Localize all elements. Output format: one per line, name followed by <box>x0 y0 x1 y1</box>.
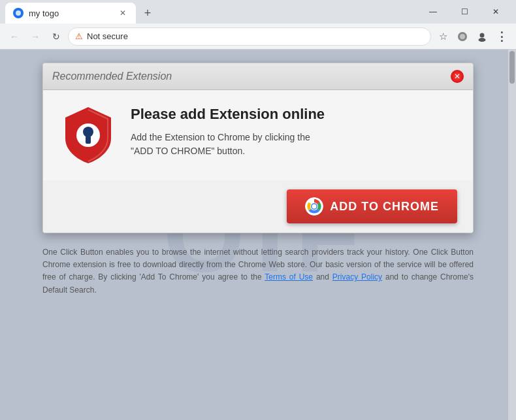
profile-button[interactable] <box>473 27 491 46</box>
tabs-bar: my togo ✕ + <box>5 0 418 24</box>
modal-close-button[interactable]: ✕ <box>451 70 464 83</box>
bottom-disclaimer-text: One Click Button enables you to browse t… <box>42 246 474 297</box>
svg-point-2 <box>460 34 465 39</box>
svg-point-6 <box>83 127 93 137</box>
extension-button[interactable] <box>453 27 472 46</box>
svg-rect-7 <box>86 136 91 144</box>
minimize-button[interactable]: — <box>418 2 448 22</box>
chrome-logo-icon <box>305 197 323 216</box>
not-secure-label: Not secure <box>87 31 424 41</box>
window-controls: — ☐ ✕ <box>418 2 511 22</box>
bookmark-button[interactable]: ☆ <box>434 27 452 46</box>
page-content: OTF Recommended Extension ✕ <box>0 50 516 420</box>
title-bar: my togo ✕ + — ☐ ✕ <box>0 0 516 24</box>
url-bar[interactable]: ⚠ Not secure <box>68 27 431 46</box>
modal-description: Add the Extension to Chrome by clicking … <box>131 131 457 158</box>
new-tab-button[interactable]: + <box>138 4 157 22</box>
privacy-policy-link[interactable]: Privacy Policy <box>332 272 382 282</box>
add-to-chrome-button[interactable]: ADD TO CHROME <box>287 189 457 223</box>
modal-header: Recommended Extension ✕ <box>43 63 473 90</box>
close-button[interactable]: ✕ <box>481 2 511 22</box>
toolbar-right: ☆ ⋮ <box>434 27 511 46</box>
modal-dialog: Recommended Extension ✕ <box>42 63 474 233</box>
svg-point-3 <box>480 33 485 37</box>
modal-body: Please add Extension online Add the Exte… <box>43 90 473 180</box>
add-to-chrome-label: ADD TO CHROME <box>330 200 439 214</box>
and-text: and <box>313 272 332 282</box>
back-button[interactable]: ← <box>5 27 24 46</box>
menu-button[interactable]: ⋮ <box>492 27 511 46</box>
active-tab[interactable]: my togo ✕ <box>5 3 136 24</box>
tab-favicon <box>13 8 24 18</box>
tab-title: my togo <box>29 8 112 18</box>
not-secure-icon: ⚠ <box>75 31 83 41</box>
browser-window: my togo ✕ + — ☐ ✕ ← → ↻ ⚠ Not secure ☆ <box>0 0 516 420</box>
reload-button[interactable]: ↻ <box>47 27 65 46</box>
maximize-button[interactable]: ☐ <box>449 2 479 22</box>
svg-point-12 <box>312 204 317 209</box>
shield-icon-container <box>59 106 118 165</box>
modal-heading: Please add Extension online <box>131 106 457 123</box>
svg-point-4 <box>479 38 486 42</box>
shield-icon <box>62 106 114 165</box>
scrollbar-thumb[interactable] <box>509 51 515 84</box>
modal-text-content: Please add Extension online Add the Exte… <box>131 106 457 158</box>
terms-of-use-link[interactable]: Terms of Use <box>265 272 313 282</box>
modal-footer: ADD TO CHROME <box>43 180 473 233</box>
svg-point-0 <box>16 10 21 16</box>
forward-button[interactable]: → <box>26 27 44 46</box>
page-inner: OTF Recommended Extension ✕ <box>0 50 516 420</box>
scrollbar[interactable] <box>508 50 516 420</box>
tab-close-button[interactable]: ✕ <box>118 8 128 18</box>
address-bar: ← → ↻ ⚠ Not secure ☆ ⋮ <box>0 24 516 50</box>
modal-title: Recommended Extension <box>52 71 172 82</box>
